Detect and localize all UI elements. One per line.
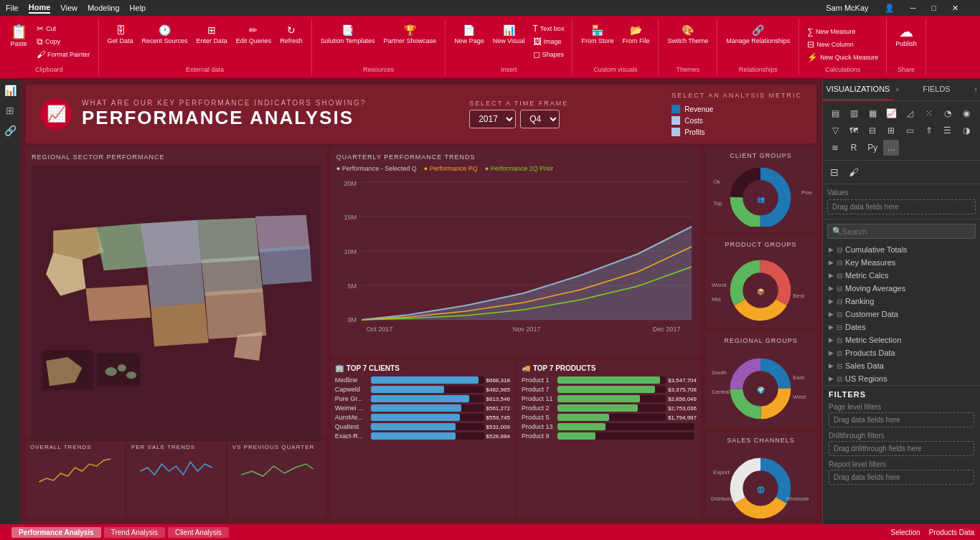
product-label: Product 13	[522, 423, 557, 430]
viz-matrix[interactable]: ⊞	[883, 123, 899, 138]
page-tab[interactable]: Performance Analysis	[11, 527, 101, 538]
viz-donut[interactable]: ◉	[958, 105, 974, 121]
svg-text:🌐: 🌐	[757, 485, 765, 494]
metric-revenue[interactable]: Revenue	[672, 105, 802, 113]
field-item[interactable]: ▶ ⊟ Metric Selection	[823, 333, 980, 346]
report-view-icon[interactable]: 📊	[4, 85, 17, 96]
image-button[interactable]: 🖼 Image	[531, 36, 567, 47]
field-table-icon: ⊟	[837, 298, 842, 305]
viz-expand-icon[interactable]: ›	[893, 79, 902, 100]
new-visual-button[interactable]: 📊 New Visual	[490, 23, 528, 46]
year-select[interactable]: 201720162015	[469, 110, 516, 128]
visualizations-tab[interactable]: VISUALIZATIONS	[823, 79, 893, 100]
viz-pie[interactable]: ◔	[940, 105, 956, 121]
viz-stacked-bar[interactable]: ▤	[827, 105, 843, 121]
format-tool[interactable]: 🖌	[846, 165, 862, 179]
values-drop-zone[interactable]: Drag data fields here	[827, 199, 976, 214]
switch-theme-button[interactable]: 🎨 Switch Theme	[664, 23, 711, 46]
menu-view[interactable]: View	[60, 4, 77, 12]
metric-costs[interactable]: Costs	[672, 116, 802, 125]
field-item[interactable]: ▶ ⊟ Products Data	[823, 346, 980, 359]
edit-queries-button[interactable]: ✏ Edit Queries	[233, 23, 275, 46]
page-tab[interactable]: Client Analysis	[168, 527, 229, 538]
viz-area[interactable]: ◿	[903, 105, 918, 121]
viz-gauge[interactable]: ◑	[958, 123, 974, 138]
svg-text:20M: 20M	[344, 180, 357, 187]
viz-table[interactable]: ⊟	[864, 123, 880, 138]
manage-relationships-button[interactable]: 🔗 Manage Relationships	[723, 23, 793, 46]
ribbon-group-insert: 📄 New Page 📊 New Visual T Text box 🖼 Ima…	[446, 19, 573, 75]
svg-point-5	[126, 371, 136, 379]
fields-tool[interactable]: ⊟	[827, 165, 842, 179]
window-minimize[interactable]: ─	[910, 4, 916, 12]
shapes-button[interactable]: ◻ Shapes	[531, 49, 567, 60]
publish-button[interactable]: ☁ Publish	[892, 23, 920, 49]
new-column-button[interactable]: ⊟ New Column	[805, 39, 880, 50]
header-right: SELECT AN ANALYSIS METRIC Revenue Costs …	[672, 92, 802, 136]
viz-scatter[interactable]: ⁙	[921, 105, 937, 121]
trend-cards: OVERALL TRENDS PER SALE TRENDS	[26, 440, 326, 518]
chart-legend: ● Performance - Selected Q ● Performance…	[336, 165, 695, 172]
viz-map[interactable]: 🗺	[846, 123, 862, 138]
refresh-button[interactable]: ↻ Refresh	[277, 23, 306, 46]
viz-custom2[interactable]: Py	[864, 140, 880, 156]
window-maximize[interactable]: □	[931, 4, 936, 12]
map-visual	[32, 165, 321, 441]
new-page-button[interactable]: 📄 New Page	[451, 23, 487, 46]
fields-search-box[interactable]: 🔍	[827, 224, 976, 239]
field-item[interactable]: ▶ ⊟ Cumulative Totals	[823, 243, 980, 256]
recent-sources-button[interactable]: 🕐 Recent Sources	[139, 23, 191, 46]
quarter-select[interactable]: Q4Q3Q2Q1	[520, 110, 560, 128]
new-quick-measure-button[interactable]: ⚡ New Quick Measure	[805, 52, 880, 63]
partner-showcase-button[interactable]: 🏆 Partner Showcase	[381, 23, 440, 46]
page-tab[interactable]: Trend Analysis	[104, 527, 165, 538]
format-painter-button[interactable]: 🖌 Format Painter	[34, 49, 93, 60]
enter-data-button[interactable]: ⊞ Enter Data	[194, 23, 230, 46]
viz-slicer[interactable]: ☰	[940, 123, 956, 138]
fields-search-input[interactable]	[842, 227, 971, 236]
viz-more[interactable]: …	[883, 140, 899, 156]
fields-tab[interactable]: FIELDS	[902, 79, 972, 100]
viz-100pct-bar[interactable]: ▦	[864, 105, 880, 121]
svg-text:📦: 📦	[757, 288, 765, 296]
field-item[interactable]: ▶ ⊟ Dates	[823, 321, 980, 333]
menu-modeling[interactable]: Modeling	[88, 4, 120, 12]
from-store-button[interactable]: 🏪 From Store	[578, 23, 616, 46]
get-data-button[interactable]: 🗄 Get Data	[105, 23, 136, 46]
viz-waterfall[interactable]: ≋	[827, 140, 843, 156]
fields-expand-icon[interactable]: ›	[971, 79, 980, 100]
page-filters-drop[interactable]: Drag data fields here	[829, 412, 974, 427]
model-view-icon[interactable]: 🔗	[4, 125, 17, 136]
field-chevron: ▶	[829, 311, 834, 318]
menu-file[interactable]: File	[6, 4, 19, 12]
paste-button[interactable]: 📋 Paste	[6, 23, 32, 49]
from-file-button[interactable]: 📂 From File	[619, 23, 652, 46]
menu-help[interactable]: Help	[130, 4, 146, 12]
viz-funnel[interactable]: ▽	[827, 123, 843, 138]
viz-card[interactable]: ▭	[903, 123, 918, 138]
viz-line[interactable]: 📈	[883, 105, 899, 121]
field-item[interactable]: ▶ ⊟ US Regions	[823, 372, 980, 385]
revenue-label: Revenue	[684, 105, 713, 113]
drillthrough-drop[interactable]: Drag drillthrough fields here	[829, 441, 974, 456]
field-item[interactable]: ▶ ⊟ Sales Data	[823, 359, 980, 372]
window-close[interactable]: ✕	[952, 4, 958, 13]
report-filters-drop[interactable]: Drag data fields here	[829, 470, 974, 485]
copy-button[interactable]: ⧉ Copy	[34, 36, 93, 47]
new-measure-button[interactable]: ∑ New Measure	[805, 26, 880, 37]
field-item[interactable]: ▶ ⊟ Metric Calcs	[823, 269, 980, 282]
field-item[interactable]: ▶ ⊟ Ranking	[823, 295, 980, 308]
field-item[interactable]: ▶ ⊟ Customer Data	[823, 308, 980, 321]
viz-clustered-bar[interactable]: ▥	[846, 105, 862, 121]
menu-home[interactable]: Home	[29, 3, 51, 14]
viz-kpi[interactable]: ⇑	[921, 123, 937, 138]
data-view-icon[interactable]: ⊞	[6, 105, 14, 116]
metric-profits[interactable]: Profits	[672, 128, 802, 136]
solution-templates-button[interactable]: 📑 Solution Templates	[318, 23, 378, 46]
text-box-button[interactable]: T Text box	[531, 23, 567, 34]
field-item[interactable]: ▶ ⊟ Key Measures	[823, 256, 980, 269]
viz-custom1[interactable]: R	[846, 140, 862, 156]
dashboard-header: 📈 What are our key performance indicator…	[26, 85, 816, 143]
cut-button[interactable]: ✂ Cut	[34, 23, 93, 34]
field-item[interactable]: ▶ ⊟ Moving Averages	[823, 282, 980, 295]
